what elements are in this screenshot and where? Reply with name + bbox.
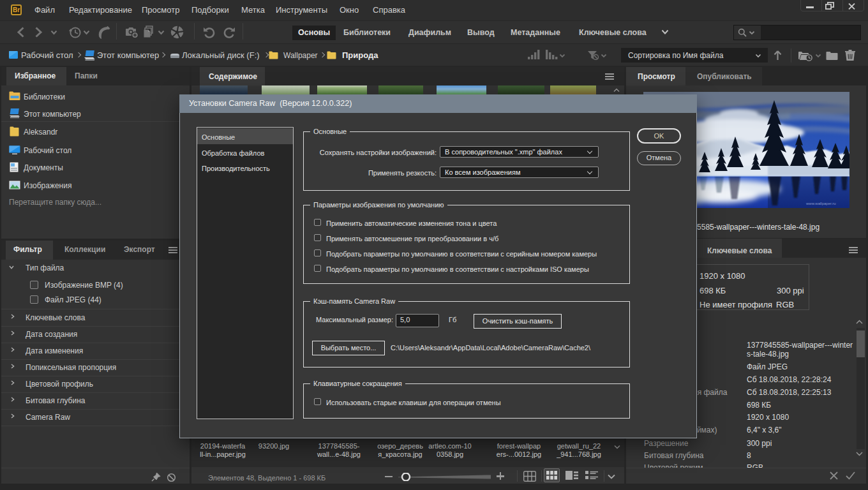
- svg-text:www.wallpaper.ru: www.wallpaper.ru: [805, 202, 836, 205]
